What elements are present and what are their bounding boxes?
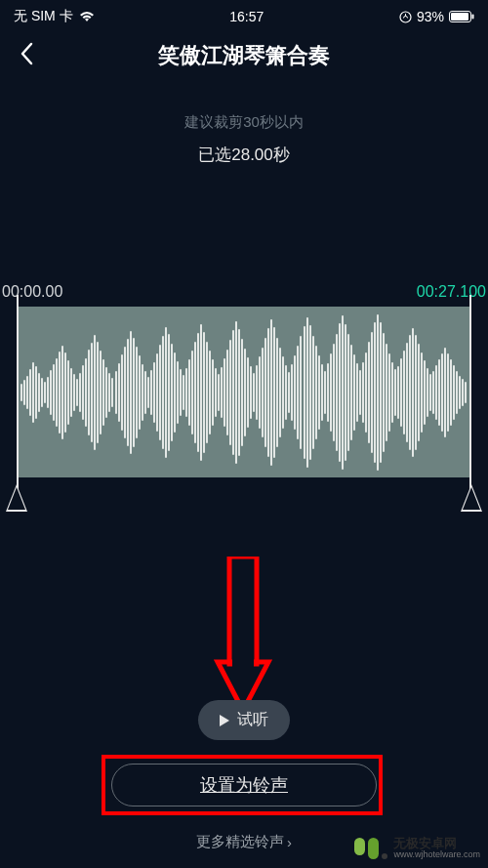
set-ringtone-label: 设置为铃声 bbox=[200, 773, 288, 797]
preview-label: 试听 bbox=[237, 710, 268, 730]
timestamp-end: 00:27.100 bbox=[417, 283, 486, 301]
trim-handle-right-line[interactable] bbox=[469, 295, 471, 500]
watermark-en: www.wjhotelware.com bbox=[393, 850, 480, 860]
svg-point-0 bbox=[400, 12, 411, 22]
waveform-editor[interactable] bbox=[0, 307, 488, 477]
svg-rect-6 bbox=[232, 657, 254, 667]
selected-duration: 已选28.00秒 bbox=[0, 144, 488, 166]
back-button[interactable] bbox=[20, 42, 33, 69]
watermark-logo bbox=[354, 838, 387, 859]
watermark: 无极安卓网 www.wjhotelware.com bbox=[354, 837, 480, 860]
timestamp-start: 00:00.00 bbox=[2, 283, 62, 301]
set-ringtone-button[interactable]: 设置为铃声 bbox=[111, 764, 377, 806]
status-left: 无 SIM 卡 bbox=[14, 8, 95, 25]
status-bar: 无 SIM 卡 16:57 93% bbox=[0, 0, 488, 29]
svg-rect-2 bbox=[451, 13, 468, 21]
rotation-lock-icon bbox=[399, 11, 412, 23]
wifi-icon bbox=[79, 11, 95, 22]
trim-handle-right[interactable] bbox=[461, 484, 482, 512]
status-time: 16:57 bbox=[229, 9, 264, 24]
sim-status-label: 无 SIM 卡 bbox=[14, 8, 73, 25]
page-title: 笑傲江湖琴箫合奏 bbox=[16, 41, 472, 70]
annotation-arrow bbox=[213, 557, 273, 717]
watermark-cn: 无极安卓网 bbox=[393, 837, 480, 850]
svg-rect-3 bbox=[472, 15, 474, 20]
preview-button[interactable]: 试听 bbox=[198, 700, 290, 740]
trim-hint: 建议裁剪30秒以内 bbox=[0, 113, 488, 132]
more-ringtones-label: 更多精选铃声 bbox=[196, 833, 284, 851]
trim-handle-left[interactable] bbox=[6, 484, 27, 512]
chevron-right-icon: › bbox=[287, 834, 292, 850]
svg-rect-4 bbox=[229, 557, 257, 664]
play-icon bbox=[220, 715, 229, 726]
battery-icon bbox=[449, 11, 474, 22]
waveform bbox=[18, 307, 470, 477]
trim-handle-left-line[interactable] bbox=[17, 295, 19, 500]
timestamps: 00:00.00 00:27.100 bbox=[0, 283, 488, 301]
nav-bar: 笑傲江湖琴箫合奏 bbox=[0, 29, 488, 86]
more-ringtones-link[interactable]: 更多精选铃声 › bbox=[196, 833, 292, 851]
battery-percent: 93% bbox=[417, 9, 444, 24]
status-right: 93% bbox=[399, 9, 474, 24]
watermark-text: 无极安卓网 www.wjhotelware.com bbox=[393, 837, 480, 860]
